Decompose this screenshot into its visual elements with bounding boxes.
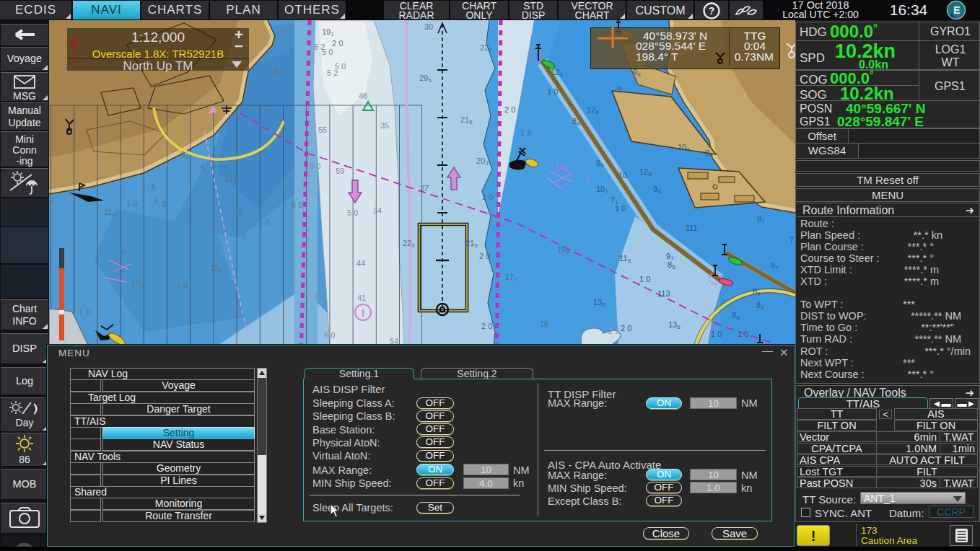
svg-text:55: 55 xyxy=(318,125,327,134)
svg-text:7: 7 xyxy=(789,236,794,244)
svg-text:9: 9 xyxy=(617,85,621,94)
svg-text:2 2: 2 2 xyxy=(608,327,619,335)
svg-text:1 0: 1 0 xyxy=(738,330,748,338)
svg-text:7: 7 xyxy=(51,196,55,205)
svg-text:1 0: 1 0 xyxy=(615,204,626,213)
svg-text:1 0: 1 0 xyxy=(177,281,188,290)
svg-text:5 0: 5 0 xyxy=(324,331,335,340)
svg-text:30: 30 xyxy=(424,22,433,31)
svg-text:44: 44 xyxy=(356,259,365,268)
svg-text:5: 5 xyxy=(162,200,167,208)
svg-text:34: 34 xyxy=(373,206,382,215)
svg-text:2: 2 xyxy=(154,195,158,204)
svg-text:1 9: 1 9 xyxy=(520,128,531,137)
svg-text:2 0: 2 0 xyxy=(621,324,631,332)
svg-text:1 0: 1 0 xyxy=(79,307,90,316)
svg-text:1 0: 1 0 xyxy=(711,330,722,338)
svg-text:16: 16 xyxy=(540,319,548,328)
svg-text:5: 5 xyxy=(238,208,242,216)
svg-text:113: 113 xyxy=(657,289,670,298)
svg-text:?: ? xyxy=(709,5,715,17)
svg-text:5 0: 5 0 xyxy=(322,48,333,56)
svg-text:1 0: 1 0 xyxy=(639,275,650,283)
svg-text:2 0: 2 0 xyxy=(332,39,343,48)
svg-text:2 0: 2 0 xyxy=(479,252,490,260)
svg-text:111: 111 xyxy=(686,224,698,232)
svg-text:5: 5 xyxy=(242,232,247,241)
svg-text:1 0: 1 0 xyxy=(547,87,558,96)
svg-text:59: 59 xyxy=(336,167,344,175)
svg-text:5 0: 5 0 xyxy=(292,200,302,209)
svg-text:10: 10 xyxy=(618,171,627,180)
svg-text:5 0: 5 0 xyxy=(310,162,320,170)
svg-text:35: 35 xyxy=(380,121,389,130)
svg-text:1 0: 1 0 xyxy=(126,199,137,208)
svg-text:!: ! xyxy=(362,307,365,319)
svg-text:E: E xyxy=(953,4,960,16)
svg-text:41: 41 xyxy=(357,294,366,302)
svg-text:5: 5 xyxy=(152,182,156,191)
svg-text:46: 46 xyxy=(359,92,367,100)
svg-text:5 0: 5 0 xyxy=(315,293,325,301)
svg-text:5: 5 xyxy=(201,164,205,172)
svg-text:2 0: 2 0 xyxy=(482,193,493,201)
svg-text:5 0: 5 0 xyxy=(347,208,358,217)
svg-text:1 0: 1 0 xyxy=(258,218,269,226)
svg-text:2 0: 2 0 xyxy=(481,322,492,330)
svg-text:27: 27 xyxy=(420,184,429,193)
svg-text:5 2: 5 2 xyxy=(327,69,338,77)
svg-text:2 0: 2 0 xyxy=(504,105,515,114)
svg-text:!: ! xyxy=(586,173,589,184)
